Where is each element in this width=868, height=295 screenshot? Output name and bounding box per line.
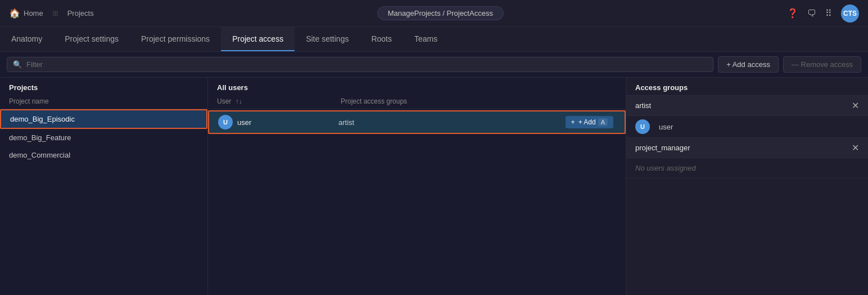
filter-input[interactable] <box>26 60 707 69</box>
home-label: Home <box>24 9 43 17</box>
access-user-avatar-0: U <box>635 119 650 134</box>
filter-bar: 🔍 + Add access — Remove access <box>0 52 868 78</box>
add-access-button[interactable]: + Add access <box>718 56 779 73</box>
user-access-group-0: artist <box>338 118 566 127</box>
users-panel: All users User ↑↓ Project access groups … <box>208 78 626 295</box>
user-avatar-0: U <box>218 115 233 129</box>
access-col-label: Project access groups <box>341 97 617 105</box>
projects-button[interactable]: Projects <box>67 9 94 17</box>
top-bar: 🏠 Home ⊞ Projects ManageProjects / Proje… <box>0 0 868 27</box>
notifications-icon[interactable]: 🗨 <box>807 8 816 19</box>
add-inline-label: + <box>571 118 575 126</box>
projects-label: Projects <box>67 9 94 17</box>
filter-input-wrap: 🔍 <box>7 57 713 72</box>
access-group-title-row-pm: project_manager ✕ <box>626 138 868 158</box>
sort-icon: ↑↓ <box>236 97 242 105</box>
add-access-inline-button[interactable]: + + Add A <box>566 116 613 128</box>
tab-roots[interactable]: Roots <box>360 27 403 51</box>
tab-site-settings[interactable]: Site settings <box>295 27 360 51</box>
tab-anatomy[interactable]: Anatomy <box>0 27 53 51</box>
top-bar-left: 🏠 Home ⊞ Projects <box>9 8 94 19</box>
access-group-title-row-artist: artist ✕ <box>626 96 868 116</box>
tab-bar: Anatomy Project settings Project permiss… <box>0 27 868 52</box>
home-icon: 🏠 <box>9 8 20 19</box>
tab-project-access[interactable]: Project access <box>221 27 295 51</box>
filter-actions: + Add access — Remove access <box>718 56 861 73</box>
access-group-title-artist: artist <box>635 101 651 110</box>
project-item-2[interactable]: demo_Commercial <box>0 146 207 164</box>
home-button[interactable]: 🏠 Home <box>9 8 43 19</box>
users-panel-header: All users <box>208 78 626 95</box>
close-pm-button[interactable]: ✕ <box>852 142 859 153</box>
user-name-0: user <box>237 118 338 127</box>
access-group-title-pm: project_manager <box>635 144 690 152</box>
projects-panel: Projects Project name demo_Big_Episodic … <box>0 78 208 295</box>
access-panel: Access groups artist ✕ U user project_ma… <box>626 78 868 295</box>
help-icon[interactable]: ❓ <box>787 8 798 19</box>
tab-teams[interactable]: Teams <box>403 27 449 51</box>
access-panel-header: Access groups <box>626 78 868 96</box>
user-row-0[interactable]: U user artist + + Add A <box>208 110 626 134</box>
apps-icon[interactable]: ⠿ <box>825 8 832 19</box>
project-item-0[interactable]: demo_Big_Episodic <box>0 109 207 129</box>
main-content: Projects Project name demo_Big_Episodic … <box>0 78 868 295</box>
breadcrumb: ManageProjects / ProjectAccess <box>377 6 504 20</box>
close-artist-button[interactable]: ✕ <box>852 100 859 111</box>
top-bar-right: ❓ 🗨 ⠿ CTS <box>787 5 859 23</box>
access-user-row-0: U user <box>626 116 868 137</box>
breadcrumb-center: ManageProjects / ProjectAccess <box>103 6 778 20</box>
no-users-text: No users assigned <box>626 158 868 178</box>
add-kbd-badge: A <box>598 118 608 126</box>
avatar[interactable]: CTS <box>841 5 859 23</box>
nav-separator: ⊞ <box>52 9 58 17</box>
tab-project-permissions[interactable]: Project permissions <box>130 27 221 51</box>
access-group-project-manager: project_manager ✕ No users assigned <box>626 138 868 178</box>
users-col-header: User ↑↓ Project access groups <box>208 95 626 109</box>
user-col-label: User ↑↓ <box>217 97 341 105</box>
search-icon: 🔍 <box>13 60 22 69</box>
access-group-artist: artist ✕ U user <box>626 96 868 138</box>
tab-project-settings[interactable]: Project settings <box>53 27 130 51</box>
projects-panel-header: Projects <box>0 78 207 95</box>
add-inline-text: + Add <box>578 118 596 126</box>
remove-access-button[interactable]: — Remove access <box>783 56 861 73</box>
project-name-col-header: Project name <box>0 95 207 109</box>
project-item-1[interactable]: demo_Big_Feature <box>0 129 207 146</box>
access-user-name-0: user <box>659 123 673 131</box>
